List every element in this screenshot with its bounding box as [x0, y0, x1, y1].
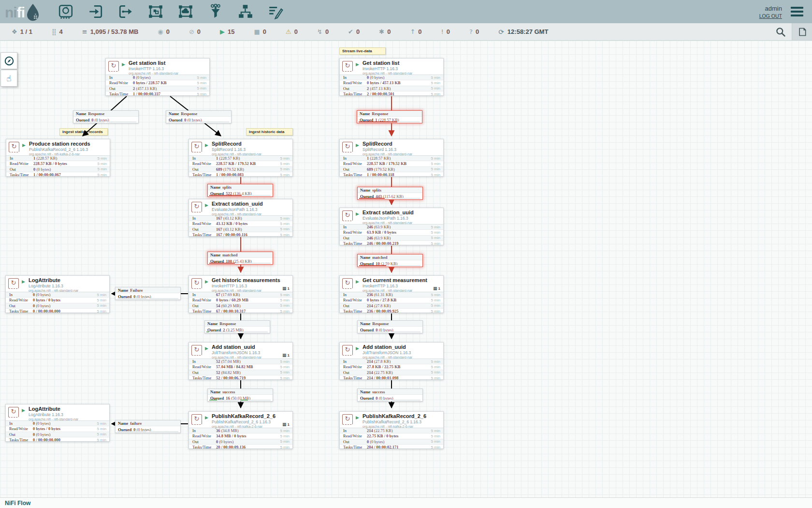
logout-link[interactable]: LOG OUT [759, 13, 782, 19]
processor-logattribute-bottom[interactable]: ↻ ▶ LogAttribute LogAttribute 1.16.3 org… [5, 404, 110, 442]
stat-period: 5 min [431, 298, 443, 302]
stat-row-out: Out 214 (27.8 KB) 5 min [340, 303, 443, 309]
q-response2-right[interactable]: Name Response Queued 0 (0 bytes) [357, 320, 423, 333]
hand-pointer-icon: ☝ [6, 74, 11, 83]
stat-value: 43.12 KB / 0 bytes [216, 221, 247, 226]
queue-name-value: success [372, 389, 385, 394]
processor-get-station-list-left[interactable]: ↻ ▶ Get station list InvokeHTTP 1.16.3 o… [105, 58, 210, 96]
status-item: ⊘ 0 [189, 28, 201, 35]
stat-label: Tasks/Time [6, 437, 33, 442]
stat-value: 204 / 00:00:02.171 [367, 445, 398, 449]
processor-title: Get station list [362, 60, 435, 66]
stat-label: Out [106, 86, 133, 91]
stat-value: 214 / 00:00:01.098 [367, 375, 398, 380]
processor-title: SplitRecord [362, 141, 435, 147]
processor-get-station-list-right[interactable]: ↻ ▶ Get station list InvokeHTTP 1.16.3 o… [339, 58, 444, 96]
q-failure-bottom[interactable]: Name failure Queued 0 (0 bytes) [115, 420, 181, 433]
stat-value: 1 / 00:00:00.067 [33, 172, 61, 177]
q-success-right[interactable]: Name success Queued 0 (0 bytes) [357, 388, 423, 402]
stat-period: 5 min [431, 303, 443, 308]
process-group-component-icon[interactable] [147, 3, 164, 20]
label-component-icon[interactable] [267, 3, 284, 20]
breadcrumb[interactable]: NiFi Flow [5, 500, 30, 507]
operate-palette-button[interactable]: ☝ [0, 70, 17, 87]
processor-type: InvokeHTTP 1.16.3 [212, 284, 284, 288]
stat-label: In [340, 359, 367, 364]
stat-label: In [189, 156, 216, 161]
stat-value: 167 / 00:00:00.116 [216, 232, 247, 237]
canvas-label[interactable]: Stream live-data [339, 47, 386, 55]
refresh-icon[interactable]: ⟳ [498, 28, 504, 36]
processor-splitrecord-right[interactable]: ↻ ▶ SplitRecord SplitRecord 1.16.3 org.a… [339, 139, 444, 177]
q-matched-right[interactable]: Name matched Queued 10 (2.59 KB) [357, 254, 423, 267]
processor-type-icon: ↻ [8, 407, 19, 418]
q-matched-middle[interactable]: Name matched Queued 100 (25.43 KB) [207, 252, 273, 265]
stat-label: Read/Write [189, 221, 216, 226]
output-port-component-icon[interactable] [117, 3, 134, 20]
status-items: ❖ 1 / 1 ⣿ 4 ≡ 1,095 / 53.78 MB ◉ 0 ⊘ 0 ▶… [12, 28, 479, 35]
q-response-left-1[interactable]: Name Response Queued 0 (0 bytes) [73, 110, 139, 123]
threads-grid-icon: ▦ [282, 353, 287, 358]
remote-process-group-component-icon[interactable] [177, 3, 194, 20]
status-item-value: 4 [59, 28, 62, 35]
cluster-icon: ❖ [12, 29, 17, 35]
stat-value: 0 / 00:00:00.000 [33, 437, 60, 442]
processor-type: JoltTransformJSON 1.16.3 [212, 350, 284, 355]
queue-name-key: Name [210, 389, 220, 394]
q-response-right[interactable]: Name Response Queued 1 (228.57 KB) [357, 110, 422, 123]
canvas-label[interactable]: Ingest station records [59, 128, 108, 135]
stat-row-out: Out 2 (457.13 KB) 5 min [340, 86, 443, 91]
disabled-icon: ↯ [317, 29, 322, 35]
navigate-palette-button[interactable] [0, 52, 17, 69]
processor-add-station-uuid-middle[interactable]: ↻ ▶ Add station_uuid JoltTransformJSON 1… [188, 342, 293, 380]
q-response2-middle[interactable]: Name Response Queued 2 (3.25 MB) [204, 320, 270, 333]
processor-bundle: org.apache.nifi - nifi-standard-nar [29, 418, 101, 421]
logo-text-ni: ni [5, 4, 17, 21]
q-splits-middle[interactable]: Name splits Queued 522 (136.4 KB) [207, 184, 273, 197]
processor-type: PublishKafkaRecord_2_6 1.16.3 [362, 419, 435, 424]
stat-period: 5 min [280, 293, 292, 297]
global-menu-icon[interactable] [789, 5, 805, 18]
stat-label: In [6, 156, 33, 161]
processor-publishkafka-right[interactable]: ↻ ▶ PublishKafkaRecord_2_6 PublishKafkaR… [339, 411, 444, 449]
processor-add-station-uuid-right[interactable]: ↻ ▶ Add station_uuid JoltTransformJSON 1… [339, 342, 444, 380]
q-splits-right[interactable]: Name splits Queued 443 (115.62 KB) [357, 187, 423, 200]
input-port-component-icon[interactable] [87, 3, 104, 20]
stat-value: 57.04 MB / 84.82 MB [216, 364, 253, 369]
processor-logattribute-top[interactable]: ↻ ▶ LogAttribute LogAttribute 1.16.3 org… [5, 275, 110, 313]
stat-label: Read/Write [340, 433, 367, 438]
stat-label: Out [340, 236, 367, 240]
q-success-middle[interactable]: Name success Queued 16 (50.03 MB) [207, 388, 273, 402]
stat-label: In [106, 75, 133, 80]
processor-extract-station-uuid-middle[interactable]: ↻ ▶ Extract station_uuid EvaluateJsonPat… [188, 199, 293, 237]
run-status-icon: ▶ [356, 279, 359, 284]
stat-period: 5 min [431, 236, 443, 240]
stat-value: 0 bytes / 60.29 MB [216, 298, 248, 302]
funnel-component-icon[interactable] [207, 3, 224, 20]
processor-publishkafka-middle[interactable]: ↻ ▶ PublishKafkaRecord_2_6 PublishKafkaR… [188, 411, 293, 449]
processor-extract-station-uuid-right[interactable]: ↻ ▶ Extract station_uuid EvaluateJsonPat… [339, 208, 444, 245]
template-component-icon[interactable] [237, 3, 254, 20]
q-response-left-2[interactable]: Name Response Queued 0 (0 bytes) [166, 110, 232, 123]
processor-produce-station-records[interactable]: ↻ ▶ Produce station records PublishKafka… [6, 139, 110, 177]
stat-period: 5 min [280, 376, 292, 380]
processor-splitrecord-middle[interactable]: ↻ ▶ SplitRecord SplitRecord 1.16.3 org.a… [188, 139, 293, 177]
stat-period: 5 min [431, 167, 443, 171]
status-item: ■ 0 [254, 28, 267, 35]
canvas-label[interactable]: Ingest historic data [246, 128, 293, 135]
processor-get-current-measurement[interactable]: ↻ ▶ Get current measurement InvokeHTTP 1… [339, 275, 444, 313]
processor-get-historic-measurements[interactable]: ↻ ▶ Get historic measurements InvokeHTTP… [188, 275, 293, 313]
stat-label: Out [340, 370, 367, 375]
stat-label: Out [189, 439, 216, 444]
stat-value: 0 bytes / 27.8 KB [367, 298, 396, 302]
active-threads-badge: ▦ 1 [282, 422, 290, 427]
q-failure-top[interactable]: Name Failure Queued 0 (0 bytes) [115, 287, 181, 300]
stat-period: 5 min [280, 365, 292, 369]
queue-name-value: Response [372, 111, 388, 116]
flow-canvas[interactable]: ☝ Stream live-dataIngest station records… [0, 41, 812, 497]
processor-component-icon[interactable] [58, 3, 74, 20]
birdseye-panel-icon[interactable] [792, 23, 812, 40]
stat-period: 5 min [431, 162, 443, 166]
stat-label: Read/Write [6, 298, 33, 302]
search-icon[interactable] [769, 23, 792, 40]
